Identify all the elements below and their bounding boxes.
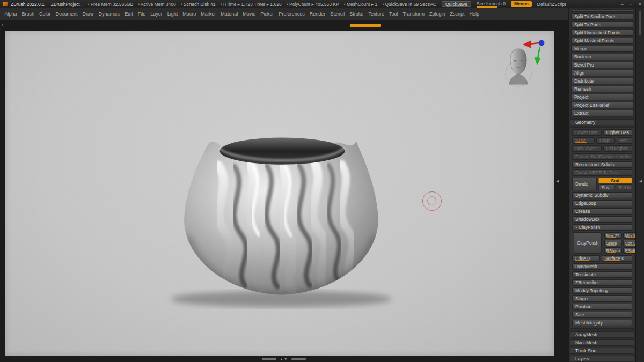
subtool-button[interactable]: Split Masked Points xyxy=(571,38,633,44)
minimize-button[interactable]: – xyxy=(621,2,624,7)
menu-item[interactable]: Alpha xyxy=(2,11,19,17)
menu-item[interactable]: Material xyxy=(218,11,240,17)
freeze-subdivision-button[interactable]: Freeze SubDivision Levels xyxy=(572,153,632,160)
edge-slider[interactable]: Edge 0 xyxy=(572,255,600,262)
menu-item[interactable]: Movie xyxy=(240,11,258,17)
claypolish-rsharp-slider[interactable]: RSharp xyxy=(604,247,622,254)
divide-button[interactable]: Divide xyxy=(572,178,597,190)
subtool-button[interactable]: Project BasRelief xyxy=(571,102,633,108)
geometry-subsection-button[interactable]: Position xyxy=(572,304,632,310)
menu-item[interactable]: Dynamics xyxy=(96,11,122,17)
geometry-subsection-button[interactable]: Stager xyxy=(572,295,632,302)
tool-section-header[interactable]: Layers xyxy=(570,356,634,362)
menu-item[interactable]: Zplugin xyxy=(427,11,448,17)
subtool-button[interactable]: Split Unmasked Points xyxy=(571,29,633,36)
menu-item[interactable]: File xyxy=(135,11,148,17)
suv-toggle[interactable]: Suv xyxy=(598,184,615,190)
clipped-top-button[interactable] xyxy=(571,9,633,12)
subtool-button[interactable]: Distribute xyxy=(571,78,633,84)
geometry-subsection-button[interactable]: Crease xyxy=(572,208,632,215)
menu-item[interactable]: Preferences xyxy=(276,11,308,17)
subtool-button-list: Split To Similar PartsSplit To PartsSpli… xyxy=(569,13,635,116)
sculpt-model[interactable] xyxy=(149,101,413,312)
panel-scrollbar-thumb[interactable] xyxy=(639,11,641,35)
cage-button[interactable]: Cage xyxy=(596,137,615,144)
geometry-subsection-button[interactable]: MeshIntegrity xyxy=(572,320,632,326)
geometry-subsection-button[interactable]: Size xyxy=(572,312,632,318)
subtool-button[interactable]: Remesh xyxy=(571,86,633,92)
subtool-button[interactable]: Align xyxy=(571,70,633,76)
menu-item[interactable]: Marker xyxy=(199,11,218,17)
subtool-button[interactable]: Boolean xyxy=(571,54,633,60)
document-canvas[interactable] xyxy=(5,31,554,356)
menu-item[interactable]: Help xyxy=(467,11,482,17)
quicksave-button[interactable]: QuickSave xyxy=(442,1,471,7)
stat-item: QuickSave In 59 Secs xyxy=(382,2,430,7)
subtool-button[interactable]: Merge xyxy=(571,46,633,52)
convert-bpr-button[interactable]: Convert BPR To Geo xyxy=(572,169,632,176)
menu-item[interactable]: Color xyxy=(37,11,54,17)
geometry-subsection-button[interactable]: EdgeLoop xyxy=(572,200,632,206)
menu-item[interactable]: Brush xyxy=(19,11,37,17)
sdiv-slider[interactable]: SDiv xyxy=(572,137,595,144)
tool-section-header[interactable]: Thick Skin xyxy=(570,348,634,354)
subtool-button[interactable]: Project xyxy=(571,94,633,100)
menu-item[interactable]: Draw xyxy=(80,11,96,17)
scroll-right-bar[interactable] xyxy=(291,358,306,360)
geometry-section-header[interactable]: Geometry xyxy=(570,119,634,125)
claypolish-soft-slider[interactable]: Soft 0 xyxy=(623,240,635,246)
panel-divider-arrow[interactable]: ◀ xyxy=(556,179,559,183)
tool-section-header[interactable]: ArrayMesh xyxy=(570,331,634,338)
subtool-button[interactable]: Split To Similar Parts xyxy=(571,13,633,20)
see-through-slider[interactable]: See-through 0 xyxy=(477,1,506,7)
menu-item[interactable]: Zscript xyxy=(448,11,467,17)
claypolish-section-header[interactable]: ClayPolish xyxy=(572,224,632,231)
claypolish-rsoft-slider[interactable]: RSoft 5 xyxy=(623,247,635,254)
lower-res-button[interactable]: Lower Res xyxy=(572,129,602,136)
menus-button[interactable]: Menus xyxy=(511,1,532,7)
subtool-button[interactable]: Extract xyxy=(571,110,633,116)
claypolish-button[interactable]: ClayPolish xyxy=(574,232,602,254)
menu-item[interactable]: Macro xyxy=(180,11,199,17)
axis-gizmo[interactable] xyxy=(522,38,549,67)
claypolish-max-slider[interactable]: Max 25 xyxy=(604,232,622,239)
geometry-subsection-button[interactable]: Dynamic Subdiv xyxy=(572,192,632,198)
menu-item[interactable]: Edit xyxy=(122,11,136,17)
smt-toggle[interactable]: Smt xyxy=(598,178,632,183)
subtool-button[interactable]: Bevel Pro xyxy=(571,62,633,68)
menu-item[interactable]: Tool xyxy=(386,11,400,17)
menu-item[interactable]: Stencil xyxy=(328,11,347,17)
geometry-subsection-button[interactable]: ShadowBox xyxy=(572,216,632,223)
maximize-button[interactable]: ▫ xyxy=(630,2,632,7)
surface-slider[interactable]: Surface 0 xyxy=(602,255,632,262)
menu-bar: AlphaBrushColorDocumentDrawDynamicsEditF… xyxy=(0,8,568,20)
menu-item[interactable]: Texture xyxy=(366,11,387,17)
geometry-subsection-button[interactable]: ZRemesher xyxy=(572,279,632,286)
scroll-arrows[interactable]: ▲▼ xyxy=(280,357,288,361)
scroll-left-bar[interactable] xyxy=(262,358,276,360)
claypolish-min-slider[interactable]: Min 0 xyxy=(623,232,635,239)
subtool-button[interactable]: Split To Parts xyxy=(571,21,633,28)
menu-item[interactable]: Stroke xyxy=(347,11,366,17)
tool-section-header[interactable]: NanoMesh xyxy=(570,339,634,346)
reconstruct-subdiv-button[interactable]: Reconstruct Subdiv xyxy=(572,161,632,168)
del-higher-button[interactable]: Del Higher xyxy=(603,145,633,152)
geometry-subsection-button[interactable]: DynaMesh xyxy=(572,263,632,270)
menu-item[interactable]: Transform xyxy=(400,11,427,17)
claypolish-sharp-slider[interactable]: Sharp xyxy=(604,240,622,246)
menu-item[interactable]: Layer xyxy=(148,11,165,17)
menu-item[interactable]: Render xyxy=(307,11,328,17)
geometry-subsection-button[interactable]: Tessimate xyxy=(572,271,632,278)
del-lower-button[interactable]: Del Lower xyxy=(572,145,602,152)
geometry-subsection-button[interactable]: Modify Topology xyxy=(572,287,632,294)
reuv-button[interactable]: ReUV xyxy=(616,184,632,190)
menu-item[interactable]: Light xyxy=(165,11,180,17)
rse-button[interactable]: Rse xyxy=(617,137,633,144)
higher-res-button[interactable]: Higher Res xyxy=(603,129,633,136)
canvas-info-marker: i xyxy=(2,23,3,27)
close-button[interactable]: ✕ xyxy=(638,2,642,7)
menu-item[interactable]: Picker xyxy=(258,11,276,17)
geometry-mid-list: Dynamic SubdivEdgeLoopCreaseShadowBox xyxy=(570,192,634,223)
menu-item[interactable]: Document xyxy=(53,11,80,17)
tray-divider-arrow[interactable]: ◀ xyxy=(639,179,642,183)
